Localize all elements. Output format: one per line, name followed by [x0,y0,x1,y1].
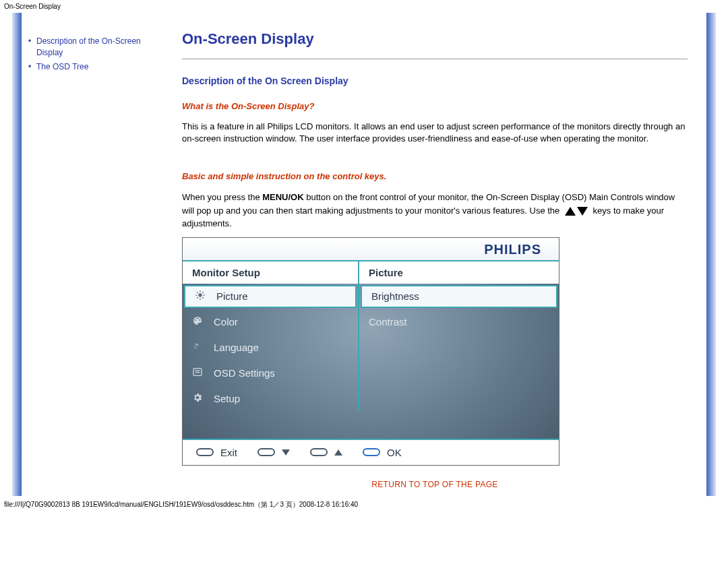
svg-line-5 [197,292,198,292]
osd-menu-label: Language [214,342,259,353]
horizontal-rule [182,59,688,59]
sidebar: • Description of the On-Screen Display •… [22,13,163,496]
osd-menu-label: Picture [216,290,248,302]
list-icon [192,367,207,379]
return-to-top-link[interactable]: RETURN TO TOP OF THE PAGE [371,480,497,489]
page-layout: • Description of the On-Screen Display •… [12,13,716,496]
pill-button-icon [363,448,380,456]
bullet-icon: • [28,36,36,47]
svg-line-7 [197,297,198,298]
sidebar-link-label[interactable]: The OSD Tree [36,61,88,73]
osd-spacer [183,412,559,439]
paragraph-control-keys: When you press the MENU/OK button on the… [182,191,688,230]
osd-footer-down[interactable] [257,448,290,456]
osd-footer-ok[interactable]: OK [363,447,402,458]
language-icon: ꌓ [192,341,207,354]
section-heading: Description of the On Screen Display [182,75,688,86]
osd-menu-label: Setup [214,393,240,404]
osd-menu-item-setup[interactable]: Setup [183,386,358,412]
sidebar-item-osd-tree[interactable]: • The OSD Tree [28,61,156,73]
osd-panel: PHILIPS Monitor Setup Picture Picture [182,237,559,466]
paragraph-description: This is a feature in all Philips LCD mon… [182,121,688,144]
osd-right-column: Brightness Contrast [359,284,559,412]
subheading-what-is-osd: What is the On-Screen Display? [182,101,688,111]
osd-menu-label: Color [214,316,238,327]
osd-header-right: Picture [359,261,559,284]
palette-icon [192,315,207,328]
right-gradient-bar [706,13,716,496]
osd-menu-label: OSD Settings [214,367,275,379]
osd-menu-item-picture[interactable]: Picture [184,285,357,308]
subheading-basic-instruction: Basic and simple instruction on the cont… [182,171,688,181]
philips-logo: PHILIPS [484,242,541,257]
osd-menu-item-color[interactable]: Color [183,309,358,335]
sidebar-link-label[interactable]: Description of the On-Screen Display [36,36,156,59]
osd-header-left: Monitor Setup [183,261,358,284]
triangle-down-icon [577,207,588,216]
osd-menu-item-osd-settings[interactable]: OSD Settings [183,361,358,386]
menu-ok-bold: MENU/OK [262,192,303,202]
triangle-down-icon [282,449,290,456]
svg-line-6 [202,297,203,298]
osd-left-column: Picture Color ꌓ Language [183,284,358,412]
brightness-icon [195,290,210,303]
main-content: On-Screen Display Description of the On … [163,13,706,496]
osd-footer-up[interactable] [310,448,342,456]
triangle-up-icon [334,449,342,456]
osd-footer-label: Exit [220,447,237,458]
osd-footer-label: OK [387,447,402,458]
text-fragment: When you press the [182,192,262,202]
return-to-top: RETURN TO TOP OF THE PAGE [182,479,688,489]
bullet-icon: • [28,61,36,73]
osd-footer-exit[interactable]: Exit [196,447,237,458]
svg-text:ꌓ: ꌓ [193,343,199,350]
pill-button-icon [196,448,214,456]
osd-menu-item-language[interactable]: ꌓ Language [183,335,358,361]
svg-line-8 [202,292,203,292]
sidebar-item-description[interactable]: • Description of the On-Screen Display [28,36,156,59]
svg-point-0 [198,293,202,296]
osd-menu-body: Picture Color ꌓ Language [183,284,559,412]
gear-icon [192,392,207,405]
osd-sub-item-contrast[interactable]: Contrast [359,309,559,335]
arrow-keys-icon [565,207,588,216]
osd-footer: Exit OK [183,439,559,465]
pill-button-icon [257,448,275,456]
page-title: On-Screen Display [182,30,688,48]
osd-column-headers: Monitor Setup Picture [183,260,559,284]
osd-logo-row: PHILIPS [183,238,559,260]
triangle-up-icon [565,207,576,216]
pill-button-icon [310,448,328,456]
left-gradient-bar [12,13,22,496]
osd-sub-label: Contrast [369,316,407,327]
document-footer-path: file:///I|/Q70G9002813 8B 191EW9/lcd/man… [0,496,728,512]
document-header: On-Screen Display [0,0,728,13]
osd-sub-label: Brightness [371,290,419,302]
osd-sub-item-brightness[interactable]: Brightness [361,285,557,308]
